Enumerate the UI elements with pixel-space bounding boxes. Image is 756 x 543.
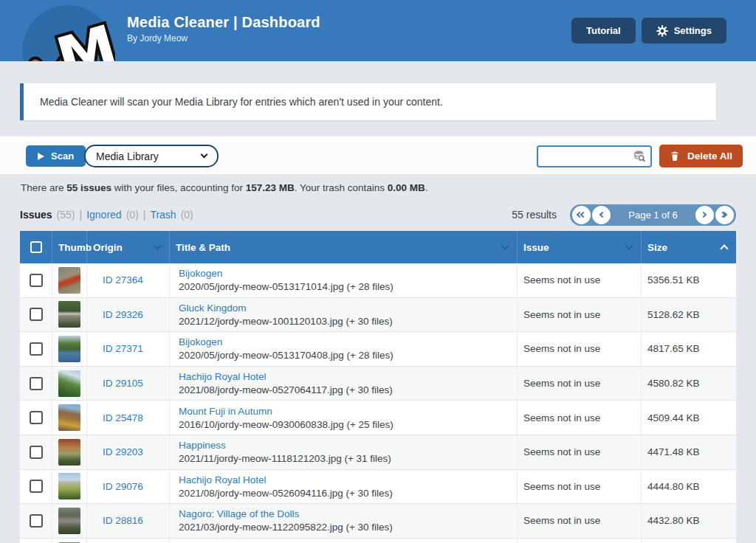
delete-all-button-label: Delete All [687, 151, 732, 162]
table-row: ID 27364 Bijokogen 2020/05/jordy-meow-05… [20, 263, 736, 298]
info-notice-text: Media Cleaner will scan your Media Libra… [40, 96, 443, 108]
row-checkbox[interactable] [30, 480, 43, 493]
media-id-link[interactable]: ID 28816 [103, 515, 143, 526]
media-title-link[interactable]: Bijokogen [179, 268, 222, 279]
chevron-down-icon [201, 151, 208, 159]
media-title-link[interactable]: Nagoro: Village of the Dolls [179, 508, 299, 519]
row-checkbox[interactable] [30, 377, 43, 390]
media-file-path: 2016/10/jordy-meow-0930060838.jpg (+ 25 … [179, 419, 394, 430]
file-size: 4580.82 KB [647, 378, 700, 389]
media-title-link[interactable]: Bijokogen [179, 336, 222, 347]
next-page-button[interactable] [695, 206, 714, 224]
row-checkbox[interactable] [30, 342, 43, 356]
row-issue-cell: Seems not in use [517, 504, 641, 538]
row-issue-cell: Seems not in use [517, 401, 641, 435]
row-origin-cell: ID 25478 [86, 401, 169, 435]
scan-button[interactable]: Scan [26, 145, 86, 167]
row-checkbox[interactable] [30, 514, 43, 528]
row-title-cell: Bijokogen 2020/05/jordy-meow-0513171014.… [169, 263, 517, 297]
row-origin-cell: ID 29076 [86, 470, 169, 504]
row-checkbox[interactable] [30, 446, 43, 459]
column-issue[interactable]: Issue [517, 231, 641, 263]
row-title-cell: Hachijo Royal Hotel 2021/08/jordy-meow-0… [169, 367, 517, 401]
row-size-cell [641, 539, 736, 543]
table-row: ID 28816 Nagoro: Village of the Dolls 20… [20, 504, 736, 539]
row-size-cell: 4432.80 KB [641, 504, 736, 538]
row-checkbox-cell [20, 470, 52, 504]
row-origin-cell: ID 29105 [86, 367, 169, 401]
settings-button[interactable]: Settings [642, 18, 726, 44]
table-row: ID 29203 Happiness 2021/11/jordy-meow-11… [20, 435, 736, 470]
media-title-link[interactable]: Hachijo Royal Hotel [179, 371, 267, 382]
last-page-button[interactable] [715, 206, 734, 224]
row-thumb-cell [52, 435, 86, 469]
row-issue-cell: Seems not in use [517, 298, 641, 332]
issue-status: Seems not in use [523, 274, 600, 286]
column-title-path[interactable]: Title & Path [169, 231, 517, 263]
tab-issues[interactable]: Issues [20, 209, 52, 221]
row-size-cell: 4817.65 KB [641, 332, 736, 366]
media-title-link[interactable]: Happiness [179, 440, 226, 451]
database-search-icon[interactable] [632, 150, 647, 163]
row-checkbox[interactable] [30, 308, 43, 321]
tutorial-button[interactable]: Tutorial [571, 18, 636, 44]
page-indicator: Page 1 of 6 [611, 210, 695, 221]
search-input[interactable] [538, 147, 632, 166]
column-size-label: Size [647, 242, 667, 253]
media-id-link[interactable]: ID 29105 [103, 378, 143, 389]
view-tabs: Issues (55) | Ignored (0) | Trash (0) [20, 209, 193, 221]
tab-ignored[interactable]: Ignored [86, 209, 121, 221]
media-id-link[interactable]: ID 29203 [103, 446, 143, 457]
tab-trash[interactable]: Trash [150, 209, 176, 221]
select-all-checkbox[interactable] [30, 241, 42, 253]
row-size-cell: 4509.44 KB [641, 401, 736, 435]
row-checkbox[interactable] [30, 274, 43, 287]
media-id-link[interactable]: ID 27371 [103, 343, 143, 354]
tutorial-button-label: Tutorial [586, 25, 621, 36]
row-title-cell: Happiness 2021/11/jordy-meow-1118121203.… [169, 435, 517, 469]
trash-size: 0.00 MB [388, 182, 425, 193]
media-title-link[interactable]: Hachijo Royal Hotel [179, 474, 267, 485]
total-size: 157.23 MB [246, 182, 295, 193]
media-id-link[interactable]: ID 29326 [103, 309, 143, 320]
row-checkbox-cell [20, 401, 52, 435]
first-page-button[interactable] [572, 206, 591, 224]
list-controls: Issues (55) | Ignored (0) | Trash (0) 55… [20, 204, 736, 226]
delete-all-button[interactable]: Delete All [659, 145, 743, 167]
row-thumb-cell [52, 470, 86, 504]
row-thumb-cell [52, 504, 86, 538]
issue-status: Seems not in use [523, 343, 600, 354]
search-box [537, 145, 652, 167]
media-id-link[interactable]: ID 25478 [103, 412, 143, 423]
media-title-link[interactable]: Mount Fuji in Autumn [179, 406, 272, 417]
table-row [20, 539, 736, 543]
media-thumbnail [58, 267, 80, 294]
play-icon [38, 153, 44, 160]
media-cleaner-logo-icon: M [19, 2, 115, 61]
table-row: ID 29105 Hachijo Royal Hotel 2021/08/jor… [20, 367, 736, 401]
media-file-path: 2021/08/jordy-meow-0527064117.jpg (+ 30 … [179, 384, 393, 395]
media-id-link[interactable]: ID 29076 [103, 481, 143, 492]
table-row: ID 29326 Gluck Kingdom 2021/12/jordy-meo… [20, 298, 736, 333]
chevron-left-icon [599, 212, 605, 218]
row-checkbox[interactable] [30, 411, 43, 424]
media-thumbnail [58, 473, 80, 499]
column-size[interactable]: Size [641, 231, 736, 263]
media-thumbnail [58, 439, 80, 466]
media-source-select-value: Media Library [96, 151, 202, 162]
row-origin-cell: ID 29326 [86, 298, 169, 332]
pagination: Page 1 of 6 [570, 204, 736, 226]
media-source-select[interactable]: Media Library [84, 145, 219, 167]
row-size-cell: 5356.51 KB [641, 263, 736, 297]
previous-page-button[interactable] [592, 206, 611, 224]
media-id-link[interactable]: ID 27364 [103, 274, 143, 286]
row-title-cell: Hachijo Royal Hotel 2021/08/jordy-meow-0… [169, 470, 517, 504]
table-header: Thumb Origin Title & Path Issue Size [20, 231, 736, 263]
media-title-link[interactable]: Gluck Kingdom [179, 302, 247, 314]
column-origin[interactable]: Origin [86, 231, 169, 263]
row-origin-cell [86, 539, 169, 543]
row-checkbox-cell [20, 435, 52, 469]
settings-button-label: Settings [674, 25, 712, 36]
summary-text: . Your trash contains [295, 182, 388, 193]
media-thumbnail [58, 508, 80, 534]
